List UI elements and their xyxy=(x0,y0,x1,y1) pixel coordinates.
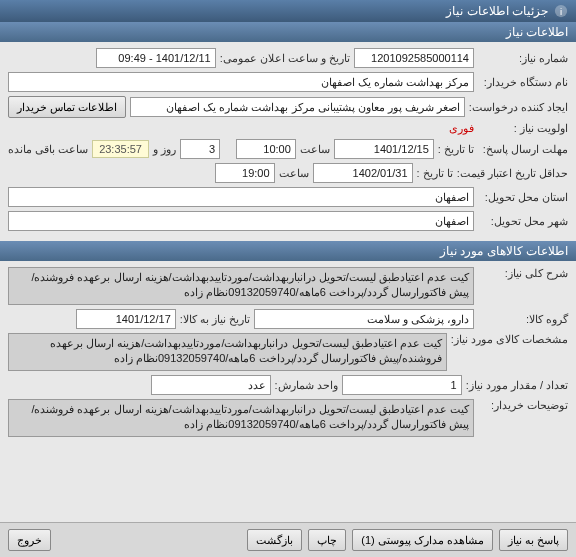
spec-label: مشخصات کالای مورد نیاز: xyxy=(451,333,568,346)
back-button[interactable]: بازگشت xyxy=(247,529,302,551)
time-label-2: ساعت xyxy=(279,167,309,180)
window-title: جزئیات اطلاعات نیاز xyxy=(446,4,548,18)
need-no-field xyxy=(354,48,474,68)
validity-date-field xyxy=(313,163,413,183)
validity-time-field xyxy=(215,163,275,183)
days-remaining-field xyxy=(180,139,220,159)
print-button[interactable]: چاپ xyxy=(308,529,346,551)
need-info-form: شماره نیاز: تاریخ و ساعت اعلان عمومی: نا… xyxy=(0,42,576,241)
buyer-field xyxy=(8,72,474,92)
countdown-timer: 23:35:57 xyxy=(92,140,149,158)
priority-label: اولویت نیاز : xyxy=(478,122,568,135)
general-desc-field: کیت عدم اعتیادطبق لیست/تحویل درانباربهدا… xyxy=(8,267,474,305)
validity-label: حداقل تاریخ اعتبار قیمت: xyxy=(457,167,568,180)
section-need-info-header: اطلاعات نیاز xyxy=(0,22,576,42)
priority-value: فوری xyxy=(449,122,474,135)
deadline-time-field xyxy=(236,139,296,159)
days-label: روز و xyxy=(153,143,176,156)
qty-field xyxy=(342,375,462,395)
footer-toolbar: پاسخ به نیاز مشاهده مدارک پیوستی (1) چاپ… xyxy=(0,522,576,557)
deadline-label: مهلت ارسال پاسخ: xyxy=(478,143,568,156)
creator-field xyxy=(130,97,465,117)
creator-label: ایجاد کننده درخواست: xyxy=(469,101,568,114)
need-date-field xyxy=(76,309,176,329)
to-date-label-2: تا تاریخ : xyxy=(417,167,453,180)
window-title-bar: i جزئیات اطلاعات نیاز xyxy=(0,0,576,22)
province-field xyxy=(8,187,474,207)
info-icon: i xyxy=(554,4,568,18)
buyer-notes-label: توضیحات خریدار: xyxy=(478,399,568,412)
buyer-notes-field: کیت عدم اعتیادطبق لیست/تحویل درانباربهدا… xyxy=(8,399,474,437)
section2-title: اطلاعات کالاهای مورد نیاز xyxy=(440,244,568,258)
need-date-label: تاریخ نیاز به کالا: xyxy=(180,313,250,326)
unit-field xyxy=(151,375,271,395)
to-date-label: تا تاریخ : xyxy=(438,143,474,156)
section1-title: اطلاعات نیاز xyxy=(506,25,568,39)
deadline-date-field xyxy=(334,139,434,159)
announce-label: تاریخ و ساعت اعلان عمومی: xyxy=(220,52,350,65)
timer-suffix: ساعت باقی مانده xyxy=(8,143,88,156)
svg-text:i: i xyxy=(560,6,562,17)
general-desc-label: شرح کلی نیاز: xyxy=(478,267,568,280)
unit-label: واحد شمارش: xyxy=(275,379,338,392)
respond-button[interactable]: پاسخ به نیاز xyxy=(499,529,568,551)
section-goods-header: اطلاعات کالاهای مورد نیاز xyxy=(0,241,576,261)
need-no-label: شماره نیاز: xyxy=(478,52,568,65)
city-field xyxy=(8,211,474,231)
group-field xyxy=(254,309,474,329)
attachments-button[interactable]: مشاهده مدارک پیوستی (1) xyxy=(352,529,493,551)
buyer-label: نام دستگاه خریدار: xyxy=(478,76,568,89)
group-label: گروه کالا: xyxy=(478,313,568,326)
exit-button[interactable]: خروج xyxy=(8,529,51,551)
city-label: شهر محل تحویل: xyxy=(478,215,568,228)
announce-field xyxy=(96,48,216,68)
contact-buyer-button[interactable]: اطلاعات تماس خریدار xyxy=(8,96,126,118)
goods-form: شرح کلی نیاز: کیت عدم اعتیادطبق لیست/تحو… xyxy=(0,261,576,447)
qty-label: تعداد / مقدار مورد نیاز: xyxy=(466,379,568,392)
time-label-1: ساعت xyxy=(300,143,330,156)
province-label: استان محل تحویل: xyxy=(478,191,568,204)
spec-field: کیت عدم اعتیادطبق لیست/تحویل درانباربهدا… xyxy=(8,333,447,371)
